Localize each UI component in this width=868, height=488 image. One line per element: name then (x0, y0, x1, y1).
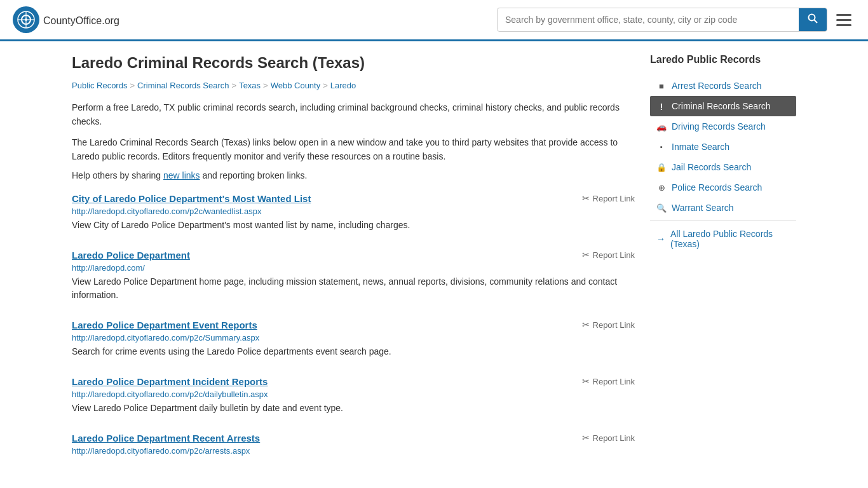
result-desc-2: Search for crime events using the Laredo… (72, 345, 635, 358)
sidebar-item-warrant-search[interactable]: 🔍 Warrant Search (650, 198, 796, 218)
hamburger-menu-button[interactable] (832, 10, 855, 30)
sidebar-item-jail-records[interactable]: 🔒 Jail Records Search (650, 157, 796, 177)
breadcrumb-texas[interactable]: Texas (239, 81, 261, 90)
result-header-4: Laredo Police Department Recent Arrests … (72, 433, 635, 444)
header-right (497, 8, 855, 32)
report-icon-2: ✂ (582, 320, 590, 330)
breadcrumb-sep-2: > (232, 81, 237, 90)
jail-records-icon: 🔒 (656, 162, 667, 172)
main-container: Laredo Criminal Records Search (Texas) P… (59, 41, 809, 488)
sidebar-item-driving-records[interactable]: 🚗 Driving Records Search (650, 116, 796, 137)
search-input[interactable] (498, 10, 799, 30)
report-icon-4: ✂ (582, 433, 590, 443)
description-2: The Laredo Criminal Records Search (Texa… (72, 135, 635, 164)
breadcrumb: Public Records > Criminal Records Search… (72, 81, 635, 90)
results-list: City of Laredo Police Department's Most … (72, 193, 635, 461)
warrant-search-icon: 🔍 (656, 203, 667, 213)
result-url-1[interactable]: http://laredopd.com/ (72, 263, 635, 273)
logo-area: CountyOffice.org (13, 6, 119, 33)
sidebar-divider (650, 220, 796, 221)
report-label-3: Report Link (593, 377, 635, 386)
result-desc-3: View Laredo Police Department daily bull… (72, 402, 635, 415)
sidebar-label-jail-records: Jail Records Search (672, 162, 751, 172)
result-title-3[interactable]: Laredo Police Department Incident Report… (72, 376, 268, 387)
site-header: CountyOffice.org (0, 0, 868, 41)
logo-suffix: .org (102, 15, 119, 26)
sidebar-title: Laredo Public Records (650, 54, 796, 68)
sidebar-all-records-link[interactable]: → All Laredo Public Records (Texas) (650, 224, 796, 254)
logo-text[interactable]: CountyOffice.org (43, 13, 119, 27)
sidebar-label-warrant-search: Warrant Search (672, 203, 734, 213)
report-label-0: Report Link (593, 194, 635, 203)
driving-records-icon: 🚗 (656, 121, 667, 132)
result-url-0[interactable]: http://laredopd.cityoflaredo.com/p2c/wan… (72, 207, 635, 216)
arrest-records-icon: ■ (656, 81, 667, 91)
help-text-post: and reporting broken links. (202, 170, 307, 180)
report-link-btn-3[interactable]: ✂ Report Link (582, 376, 635, 386)
sidebar: Laredo Public Records ■ Arrest Records S… (650, 54, 796, 476)
result-header-2: Laredo Police Department Event Reports ✂… (72, 320, 635, 330)
menu-line-2 (836, 19, 851, 21)
report-label-1: Report Link (593, 250, 635, 260)
result-url-4[interactable]: http://laredopd.cityoflaredo.com/p2c/arr… (72, 446, 635, 456)
svg-point-5 (809, 15, 815, 21)
sidebar-label-inmate-search: Inmate Search (672, 142, 729, 152)
report-link-btn-0[interactable]: ✂ Report Link (582, 193, 635, 203)
sidebar-item-criminal-records[interactable]: ! Criminal Records Search (650, 96, 796, 116)
result-header-3: Laredo Police Department Incident Report… (72, 376, 635, 387)
result-item-4: Laredo Police Department Recent Arrests … (72, 433, 635, 461)
breadcrumb-laredo[interactable]: Laredo (330, 81, 356, 90)
description-1: Perform a free Laredo, TX public crimina… (72, 100, 635, 129)
result-title-1[interactable]: Laredo Police Department (72, 250, 190, 261)
new-links-link[interactable]: new links (163, 170, 200, 180)
sidebar-label-driving-records: Driving Records Search (672, 121, 766, 132)
result-url-2[interactable]: http://laredopd.cityoflaredo.com/p2c/Sum… (72, 333, 635, 342)
help-text: Help others by sharing new links and rep… (72, 170, 635, 180)
menu-line-1 (836, 14, 851, 16)
result-header-1: Laredo Police Department ✂ Report Link (72, 250, 635, 261)
breadcrumb-webb-county[interactable]: Webb County (271, 81, 321, 90)
logo-icon (13, 6, 39, 33)
breadcrumb-criminal-records[interactable]: Criminal Records Search (137, 81, 229, 90)
result-item-3: Laredo Police Department Incident Report… (72, 376, 635, 417)
result-title-0[interactable]: City of Laredo Police Department's Most … (72, 193, 311, 204)
sidebar-label-arrest-records: Arrest Records Search (672, 81, 762, 91)
report-link-btn-4[interactable]: ✂ Report Link (582, 433, 635, 443)
report-icon-0: ✂ (582, 193, 590, 203)
result-item-0: City of Laredo Police Department's Most … (72, 193, 635, 234)
sidebar-label-criminal-records: Criminal Records Search (672, 101, 771, 111)
result-title-4[interactable]: Laredo Police Department Recent Arrests (72, 433, 260, 444)
menu-line-3 (836, 24, 851, 26)
all-records-label: All Laredo Public Records (Texas) (670, 229, 790, 249)
report-link-btn-2[interactable]: ✂ Report Link (582, 320, 635, 330)
arrow-icon: → (656, 234, 665, 244)
sidebar-item-inmate-search[interactable]: ▪ Inmate Search (650, 137, 796, 157)
content-area: Laredo Criminal Records Search (Texas) P… (72, 54, 635, 476)
search-button[interactable] (799, 8, 827, 31)
report-label-4: Report Link (593, 433, 635, 443)
result-desc-1: View Laredo Police Department home page,… (72, 275, 635, 302)
report-icon-1: ✂ (582, 250, 590, 260)
report-link-btn-1[interactable]: ✂ Report Link (582, 250, 635, 260)
report-label-2: Report Link (593, 320, 635, 330)
inmate-search-icon: ▪ (656, 142, 667, 152)
result-title-2[interactable]: Laredo Police Department Event Reports (72, 320, 257, 330)
result-url-3[interactable]: http://laredopd.cityoflaredo.com/p2c/dai… (72, 390, 635, 399)
result-item-2: Laredo Police Department Event Reports ✂… (72, 320, 635, 361)
report-icon-3: ✂ (582, 376, 590, 386)
breadcrumb-sep-3: > (263, 81, 268, 90)
result-header-0: City of Laredo Police Department's Most … (72, 193, 635, 204)
search-bar (497, 8, 827, 32)
breadcrumb-sep-1: > (130, 81, 135, 90)
sidebar-item-arrest-records[interactable]: ■ Arrest Records Search (650, 76, 796, 96)
logo-name: CountyOffice (43, 15, 102, 26)
sidebar-label-police-records: Police Records Search (672, 182, 762, 193)
breadcrumb-public-records[interactable]: Public Records (72, 81, 127, 90)
police-records-icon: ⊕ (656, 182, 667, 193)
result-item-1: Laredo Police Department ✂ Report Link h… (72, 250, 635, 304)
result-desc-0: View City of Laredo Police Department's … (72, 219, 635, 232)
sidebar-item-police-records[interactable]: ⊕ Police Records Search (650, 177, 796, 198)
page-title: Laredo Criminal Records Search (Texas) (72, 54, 635, 72)
criminal-records-icon: ! (656, 101, 667, 111)
svg-line-6 (815, 20, 818, 24)
